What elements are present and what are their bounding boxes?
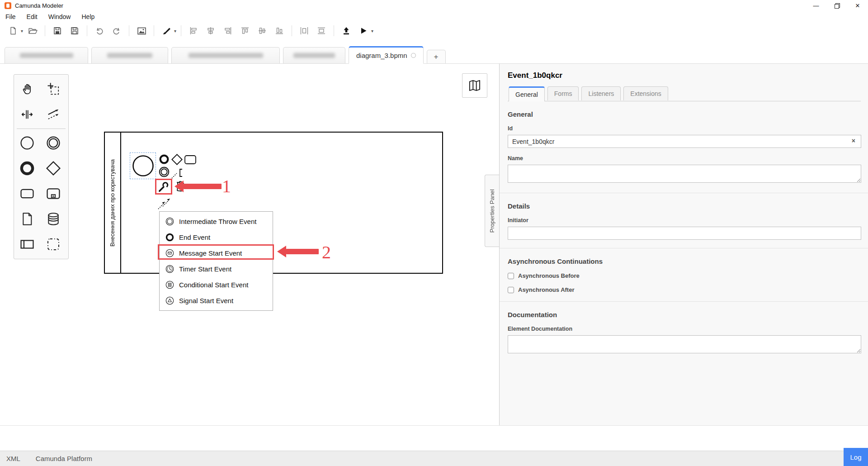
tab-extensions[interactable]: Extensions — [623, 86, 668, 100]
space-tool[interactable] — [14, 102, 40, 127]
menu-item-end-event[interactable]: End Event — [160, 229, 273, 245]
open-file-button[interactable] — [26, 24, 39, 38]
general-heading: General — [508, 110, 861, 118]
save-as-button[interactable] — [68, 24, 81, 38]
async-before-checkbox[interactable] — [508, 273, 514, 279]
create-task[interactable] — [14, 181, 40, 206]
change-type-menu: Intermediate Throw Event End Event Messa… — [159, 211, 273, 311]
create-data-object[interactable] — [14, 206, 40, 232]
pad-append-gateway[interactable] — [171, 153, 183, 166]
new-file-button[interactable] — [6, 24, 20, 38]
properties-panel: Event_1b0qkcr General Forms Listeners Ex… — [499, 64, 868, 425]
menu-item-signal-start-event[interactable]: Signal Start Event — [160, 293, 273, 309]
clear-id-icon[interactable]: × — [852, 138, 855, 144]
arrow-bar — [286, 249, 319, 254]
undo-button[interactable] — [93, 24, 106, 38]
hand-tool[interactable] — [14, 76, 40, 102]
menu-item-conditional-start-event[interactable]: Conditional Start Event — [160, 277, 273, 293]
initiator-input[interactable] — [508, 227, 861, 240]
annotation-step-2: 2 — [322, 243, 331, 262]
create-group[interactable] — [40, 232, 66, 257]
pad-append-task[interactable] — [184, 155, 197, 165]
align-center-vertical-icon — [206, 27, 215, 35]
async-after-checkbox[interactable] — [508, 287, 514, 293]
pad-connect-flow[interactable] — [157, 196, 172, 210]
tab-blurred-2[interactable] — [91, 47, 168, 63]
pad-append-text-annotation[interactable] — [171, 166, 184, 179]
tab-diagram-3[interactable]: diagram_3.bpmn — [349, 46, 424, 64]
pad-append-end-event[interactable] — [159, 154, 170, 165]
align-right-button[interactable] — [221, 24, 235, 38]
align-left-button[interactable] — [187, 24, 200, 38]
active-tab-label: diagram_3.bpmn — [356, 52, 407, 59]
name-input[interactable] — [508, 165, 861, 183]
save-button[interactable] — [51, 24, 64, 38]
create-end-event[interactable] — [14, 156, 40, 181]
lasso-tool[interactable] — [40, 76, 66, 102]
start-event-shape[interactable] — [132, 155, 154, 177]
redo-button[interactable] — [110, 24, 123, 38]
blurred-tab-label — [107, 53, 152, 58]
arrow-bar — [184, 184, 222, 189]
new-file-caret-icon[interactable]: ▾ — [21, 29, 23, 33]
menu-window[interactable]: Window — [48, 13, 71, 20]
export-image-button[interactable] — [135, 24, 148, 38]
format-caret-icon[interactable]: ▾ — [174, 29, 176, 33]
menu-edit[interactable]: Edit — [27, 13, 38, 20]
start-instance-button[interactable] — [357, 24, 370, 38]
distribute-horizontally-icon — [300, 26, 309, 35]
menu-item-timer-start-event[interactable]: Timer Start Event — [160, 261, 273, 277]
menu-file[interactable]: File — [5, 13, 16, 20]
tab-blurred-1[interactable] — [5, 47, 88, 63]
toolbar-separator — [181, 25, 181, 36]
section-divider — [500, 301, 868, 302]
pool-label-band[interactable]: Внесення даних про користувача — [105, 133, 121, 273]
align-top-button[interactable] — [238, 24, 252, 38]
create-gateway[interactable] — [40, 156, 66, 181]
menu-help[interactable]: Help — [81, 13, 94, 20]
minimap-toggle[interactable] — [462, 73, 487, 98]
diagram-canvas[interactable]: Внесення даних про користувача 1 — [0, 64, 499, 425]
properties-panel-toggle[interactable]: Properties Panel — [485, 175, 499, 247]
tab-listeners[interactable]: Listeners — [581, 86, 621, 100]
pad-change-type-wrench[interactable] — [158, 181, 170, 193]
deploy-button[interactable] — [340, 24, 353, 38]
global-connect-tool[interactable] — [40, 102, 66, 127]
task-icon — [19, 186, 35, 201]
distribute-vertically-button[interactable] — [315, 24, 328, 38]
statusbar-platform[interactable]: Camunda Platform — [36, 455, 92, 462]
tab-blurred-4[interactable] — [283, 47, 345, 63]
restore-button[interactable] — [826, 0, 847, 11]
name-label: Name — [508, 155, 861, 162]
initiator-label: Initiator — [508, 217, 861, 223]
tab-forms[interactable]: Forms — [547, 86, 579, 100]
format-tool-button[interactable] — [160, 24, 173, 38]
distribute-vertically-icon — [317, 26, 326, 35]
annotation-arrow-1 — [175, 181, 222, 192]
statusbar-xml-toggle[interactable]: XML — [6, 455, 20, 462]
create-participant[interactable] — [14, 232, 40, 257]
palette-separator — [17, 128, 66, 129]
create-start-event[interactable] — [14, 130, 40, 156]
new-tab-button[interactable]: + — [427, 50, 446, 63]
element-documentation-input[interactable] — [508, 335, 861, 353]
start-instance-caret-icon[interactable]: ▾ — [371, 29, 373, 33]
create-data-store[interactable] — [40, 206, 66, 232]
create-subprocess[interactable] — [40, 181, 66, 206]
distribute-horizontally-button[interactable] — [297, 24, 311, 38]
tab-general[interactable]: General — [509, 86, 545, 101]
create-intermediate-event[interactable] — [40, 130, 66, 156]
tab-blurred-3[interactable] — [171, 47, 280, 63]
close-button[interactable]: ✕ — [847, 0, 868, 11]
id-input[interactable] — [508, 135, 861, 148]
pad-append-intermediate-event[interactable] — [158, 166, 170, 178]
align-center-horizontal-button[interactable] — [255, 24, 269, 38]
start-event-icon — [19, 135, 35, 151]
minimize-button[interactable]: — — [806, 0, 826, 11]
menu-item-intermediate-throw-event[interactable]: Intermediate Throw Event — [160, 214, 273, 229]
align-bottom-button[interactable] — [273, 24, 286, 38]
window-controls: — ✕ — [806, 0, 868, 11]
align-center-vertical-button[interactable] — [204, 24, 217, 38]
log-button[interactable]: Log — [844, 448, 868, 466]
intermediate-event-icon — [46, 135, 61, 151]
